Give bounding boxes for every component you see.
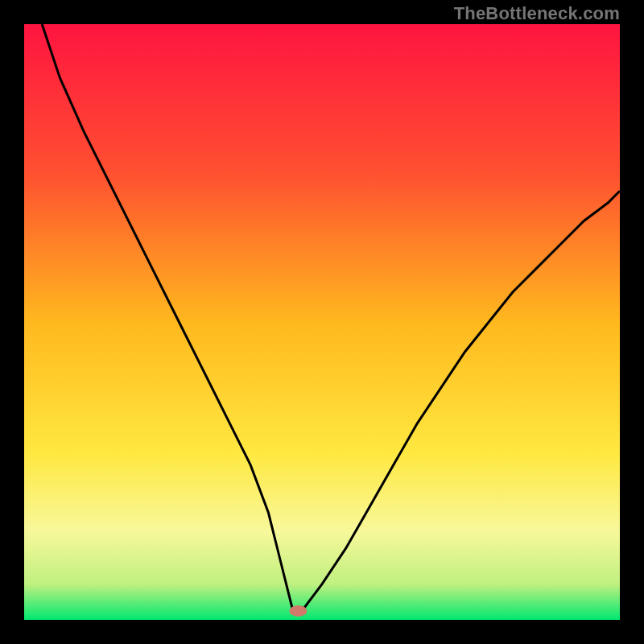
bottleneck-chart <box>24 24 620 620</box>
watermark-text: TheBottleneck.com <box>454 3 620 24</box>
chart-frame: TheBottleneck.com <box>0 0 644 644</box>
chart-background <box>24 24 620 620</box>
optimal-point-marker <box>289 605 307 617</box>
